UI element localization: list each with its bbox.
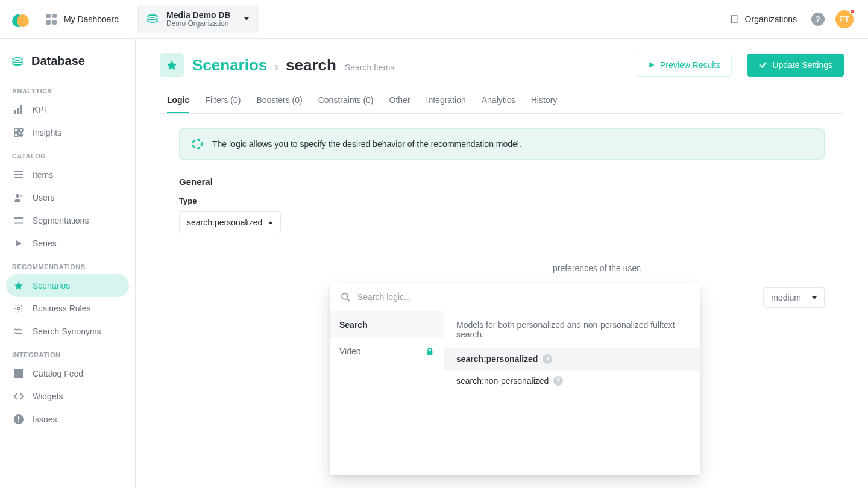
database-switcher[interactable]: Media Demo DB Demo Organization	[138, 5, 258, 34]
sidebar-item-scenarios[interactable]: Scenarios	[6, 274, 129, 297]
chevron-up-icon	[268, 221, 273, 224]
sidebar-group-recommendations: RECOMMENDATIONS	[6, 255, 129, 274]
dropdown-category-video[interactable]: Video	[330, 338, 444, 364]
sidebar-group-integration: INTEGRATION	[6, 343, 129, 362]
sidebar-item-business-rules[interactable]: Business Rules	[6, 297, 129, 320]
dropdown-help-text: Models for both personalized and non-per…	[444, 311, 700, 348]
tab-filters[interactable]: Filters (0)	[205, 88, 241, 113]
tab-integration[interactable]: Integration	[426, 88, 466, 113]
insights-icon	[13, 127, 24, 138]
svg-rect-24	[14, 372, 17, 375]
lifebuoy-icon	[192, 139, 203, 149]
sidebar-item-label: KPI	[33, 105, 46, 114]
chevron-down-icon	[244, 17, 249, 20]
avatar[interactable]: FT	[835, 10, 854, 28]
database-name: Media Demo DB	[166, 10, 231, 20]
tab-logic[interactable]: Logic	[167, 88, 189, 113]
svg-point-33	[342, 293, 348, 299]
sidebar-title-text: Database	[31, 54, 85, 68]
sidebar-item-search-synonyms[interactable]: Search Synonyms	[6, 320, 129, 343]
help-icon[interactable]: ?	[553, 376, 563, 386]
svg-rect-10	[14, 128, 18, 132]
sidebar-item-label: Scenarios	[33, 281, 70, 290]
building-icon	[729, 14, 739, 24]
sidebar-item-users[interactable]: Users	[6, 186, 129, 209]
sidebar-item-label: Items	[33, 170, 53, 180]
sidebar-group-catalog: CATALOG	[6, 144, 129, 163]
preview-results-button[interactable]: Preview Results	[637, 54, 732, 77]
svg-rect-23	[20, 369, 23, 372]
tab-other[interactable]: Other	[389, 88, 410, 113]
sidebar-item-insights[interactable]: Insights	[6, 121, 129, 144]
tab-history[interactable]: History	[531, 88, 558, 113]
sidebar-item-catalog-feed[interactable]: Catalog Feed	[6, 362, 129, 385]
sidebar-item-series[interactable]: Series	[6, 232, 129, 255]
database-icon	[147, 14, 159, 23]
dashboard-icon	[46, 14, 57, 25]
page-header: Scenarios › search Search Items Preview …	[160, 53, 844, 77]
organizations-link[interactable]: Organizations	[729, 14, 797, 24]
svg-rect-19	[14, 222, 23, 224]
tab-analytics[interactable]: Analytics	[482, 88, 515, 113]
sidebar-item-label: Users	[33, 193, 55, 202]
svg-point-17	[20, 195, 22, 197]
my-dashboard-link[interactable]: My Dashboard	[46, 14, 119, 25]
logo-icon	[12, 12, 29, 27]
dropdown-option-nonpersonalized[interactable]: search:non-personalized ?	[444, 370, 700, 392]
help-icon[interactable]: ?	[542, 354, 552, 364]
sidebar-item-kpi[interactable]: KPI	[6, 98, 129, 121]
alert-icon	[13, 414, 24, 425]
type-select[interactable]: search:personalized	[179, 211, 281, 233]
svg-rect-11	[14, 133, 18, 137]
dropdown-category-search[interactable]: Search	[330, 311, 444, 338]
database-org: Demo Organization	[166, 20, 231, 28]
svg-point-20	[17, 307, 20, 310]
type-description-fragment: preferences of the user.	[553, 263, 825, 273]
play-icon	[648, 61, 655, 69]
update-settings-button[interactable]: Update Settings	[747, 54, 844, 77]
sidebar-item-items[interactable]: Items	[6, 163, 129, 186]
organizations-label: Organizations	[745, 14, 797, 24]
tabs: Logic Filters (0) Boosters (0) Constrain…	[160, 88, 844, 114]
sidebar-item-label: Catalog Feed	[33, 369, 83, 378]
button-label: Update Settings	[772, 60, 832, 70]
svg-rect-35	[427, 351, 433, 355]
svg-rect-29	[20, 375, 23, 378]
dropdown-option-label: search:non-personalized	[456, 376, 549, 386]
chevron-down-icon	[812, 296, 817, 299]
relevance-select[interactable]: medium	[763, 287, 825, 308]
tab-boosters[interactable]: Boosters (0)	[256, 88, 302, 113]
svg-rect-0	[731, 16, 737, 23]
database-icon	[12, 57, 24, 66]
breadcrumb-sub: Search Items	[345, 63, 394, 72]
sidebar-item-label: Widgets	[33, 392, 63, 401]
logic-search-input[interactable]	[356, 292, 689, 302]
info-banner: The logic allows you to specify the desi…	[179, 128, 825, 160]
type-field-label: Type	[179, 196, 825, 205]
svg-rect-26	[20, 372, 23, 375]
svg-rect-25	[17, 372, 20, 375]
sidebar-item-label: Search Synonyms	[33, 327, 101, 336]
help-button[interactable]: ?	[811, 13, 825, 26]
breadcrumb: Scenarios › search Search Items	[192, 56, 394, 75]
svg-point-12	[19, 128, 23, 132]
dropdown-search-row	[330, 283, 700, 311]
svg-rect-21	[14, 369, 17, 372]
sidebar-item-issues[interactable]: Issues	[6, 408, 129, 431]
button-label: Preview Results	[660, 60, 720, 70]
svg-rect-32	[18, 421, 19, 422]
chevron-right-icon: ›	[274, 60, 278, 74]
check-icon	[759, 61, 767, 69]
tab-constraints[interactable]: Constraints (0)	[318, 88, 374, 113]
code-icon	[13, 391, 24, 402]
svg-rect-31	[18, 416, 19, 420]
sidebar: Database ANALYTICS KPI Insights CATALOG …	[0, 39, 136, 488]
search-icon	[341, 292, 350, 302]
sidebar-item-segmentations[interactable]: Segmentations	[6, 209, 129, 232]
star-icon	[13, 280, 24, 291]
breadcrumb-root[interactable]: Scenarios	[192, 56, 267, 75]
dropdown-option-personalized[interactable]: search:personalized ?	[444, 348, 700, 370]
my-dashboard-label: My Dashboard	[64, 14, 119, 24]
type-select-value: search:personalized	[187, 217, 262, 227]
sidebar-item-widgets[interactable]: Widgets	[6, 385, 129, 408]
